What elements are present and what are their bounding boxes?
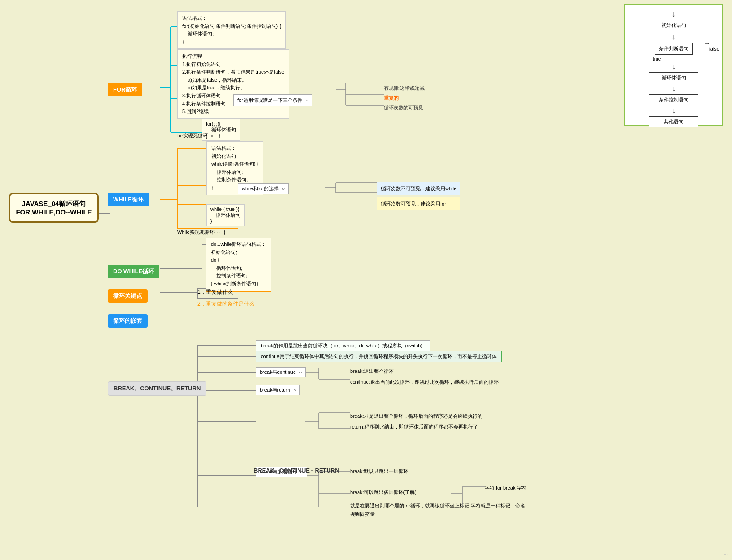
fc-box-cond: 条件判断语句 <box>655 43 693 55</box>
while-choices: 循环次数不可预见，建议采用while 循环次数可预见，建议采用for <box>377 182 460 210</box>
fc-arrow-right: → <box>703 39 710 47</box>
br2: return:程序到此结束，即循环体后面的程序都不会再执行了 <box>350 421 482 432</box>
watermark: ... <box>724 551 728 556</box>
flowchart-inner: ↓ 初始化语句 ↓ 条件判断语句 false → true ↓ 循环体语句 ↓ … <box>625 5 722 132</box>
break-desc: break的作用是跳出当前循环块（for、while、do while）或程序块… <box>256 340 430 351</box>
for-syntax-text: 语法格式：for(初始化语句;条件判断语句;条件控制语句) { 循环体语句;} <box>182 14 281 46</box>
for-infinite-label: for实现死循环 ○ } <box>177 132 220 139</box>
fc-arrow1: ↓ <box>672 33 676 41</box>
for-execution: 执行流程1.执行初始化语句2.执行条件判断语句，看其结果是true还是false… <box>177 49 289 119</box>
m2-desc: 就是在要退出到哪个层的for循环，就再该循环坐上标记 字符就是一种标记，命名规则… <box>350 502 530 518</box>
br1: break:只是退出整个循环，循环后面的程序还是会继续执行的 <box>350 411 482 421</box>
condition2: 重复的 <box>384 93 425 103</box>
m1: break:默认只跳出一层循环 <box>350 468 408 475</box>
while-infinite-label: While实现死循环 ○ } <box>177 229 226 236</box>
while-infinite: while ( true ){ 循环体语句} <box>206 204 245 226</box>
for-syntax: 语法格式：for(初始化语句;条件判断语句;条件控制语句) { 循环体语句;} <box>177 11 286 49</box>
for-execution-text: 执行流程1.执行初始化语句2.执行条件判断语句，看其结果是true还是false… <box>182 52 284 116</box>
break-return-label: break与return ○ <box>256 385 300 395</box>
for-applicable-label: for适用情况满足一下三个条件 ○ <box>233 94 312 106</box>
choice1: 循环次数不可预见，建议采用while <box>377 182 460 195</box>
key-points: 1，重复做什么 2，重复做的条件是什么 <box>197 286 254 310</box>
fc-arrow3: ↓ <box>672 85 675 92</box>
branch-dowhile: DO WHILE循环 <box>108 265 159 278</box>
branch-while: WHILE循环 <box>108 193 149 206</box>
central-title: JAVASE_04循环语句FOR,WHILE,DO--WHILE <box>16 200 92 216</box>
for-conditions: 有规律:递增或递减 重复的 循环次数的可预见 <box>384 83 425 113</box>
fc-box-other: 其他语句 <box>649 116 698 127</box>
fc-condition-row: 条件判断语句 false → <box>655 43 693 55</box>
break-continue-label: break与continue ○ <box>256 367 306 377</box>
while-for-choice: while和for的选择 ○ <box>238 183 289 194</box>
fc-box-init: 初始化语句 <box>649 20 698 31</box>
branch-brc: BREAK、CONTINUE、RETURN <box>108 381 206 396</box>
fc-true-label: true <box>653 57 661 61</box>
fc-arrow2: ↓ <box>672 63 675 70</box>
bc-items: break:退出整个循环 continue:退出当前此次循环，即跳过此次循环，继… <box>350 366 499 387</box>
fc-false-label: false <box>709 46 719 52</box>
continue-desc: continue用于结束循环体中其后语句的执行，并跳回循环程序模块的开头执行下一… <box>256 351 502 362</box>
fc-box-loop: 循环体语句 <box>649 72 698 83</box>
dowhile-syntax: do...while循环语句格式：初始化语句;do { 循环体语句; 控制条件语… <box>206 238 271 292</box>
fc-arrow4: ↓ <box>672 107 675 114</box>
fc-box-ctrl: 条件控制语句 <box>649 94 698 105</box>
central-node: JAVASE_04循环语句FOR,WHILE,DO--WHILE <box>9 193 99 223</box>
key2: 2，重复做的条件是什么 <box>197 298 254 310</box>
brc-bottom-title: BREAK CONTINUE - RETURN <box>254 467 339 474</box>
key1: 1，重复做什么 <box>197 286 254 298</box>
branch-nested: 循环的嵌套 <box>108 314 148 328</box>
condition3: 循环次数的可预见 <box>384 103 425 113</box>
bc2: continue:退出当前此次循环，即跳过此次循环，继续执行后面的循环 <box>350 376 499 387</box>
m2-label: break:可以跳出多层循环(了解) <box>350 489 416 496</box>
canvas: JAVASE_04循环语句FOR,WHILE,DO--WHILE FOR循环 W… <box>0 0 732 560</box>
fc-arrow0: ↓ <box>672 10 676 18</box>
bc1: break:退出整个循环 <box>350 366 499 376</box>
choice2: 循环次数可预见，建议采用for <box>377 197 460 210</box>
branch-for: FOR循环 <box>108 83 142 96</box>
condition1: 有规律:递增或递减 <box>384 83 425 93</box>
branch-key: 循环关键点 <box>108 289 148 303</box>
flowchart: ↓ 初始化语句 ↓ 条件判断语句 false → true ↓ 循环体语句 ↓ … <box>624 4 723 126</box>
m2-detail: 字符:for break 字符 <box>485 484 527 493</box>
br-items: break:只是退出整个循环，循环后面的程序还是会继续执行的 return:程序… <box>350 411 482 432</box>
